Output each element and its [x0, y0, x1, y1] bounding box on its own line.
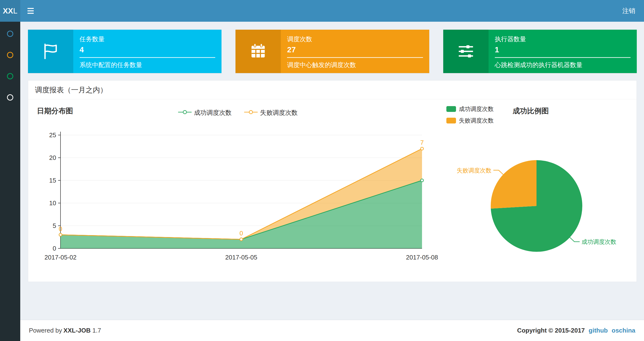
svg-text:25: 25: [49, 131, 56, 139]
success-ratio-plot: 成功调度次数失败调度次数: [445, 125, 637, 279]
info-box-content: 执行器数量 1 心跳检测成功的执行器机器数量: [488, 30, 637, 73]
top-navbar: XXL 注销: [0, 0, 644, 22]
circle-icon: [7, 73, 13, 79]
divider: [80, 57, 215, 58]
pie-legend-item-success[interactable]: 成功调度次数: [446, 105, 494, 113]
line-marker-icon: [178, 109, 192, 117]
sidebar-item-log[interactable]: [0, 66, 20, 87]
info-box-value: 4: [80, 45, 215, 54]
pie-chart-title: 成功比例图: [513, 106, 549, 116]
svg-text:失败调度次数: 失败调度次数: [457, 167, 492, 174]
footer-links: Copyright © 2015-2017 github oschina: [517, 327, 635, 334]
powered-by: Powered byXXL-JOB 1.7: [29, 327, 102, 334]
sliders-icon: [443, 30, 488, 73]
info-box-value: 1: [495, 45, 630, 54]
info-box-jobs: 任务数量 4 系统中配置的任务数量: [28, 30, 222, 73]
sidebar-item-help[interactable]: [0, 87, 20, 108]
date-distribution-plot: 05101520252017-05-022017-05-052017-05-08…: [34, 121, 444, 270]
panel-title: 调度报表（一月之内）: [28, 81, 636, 99]
logo-text-rest: L: [13, 7, 17, 16]
logo-text-bold: XX: [3, 7, 13, 16]
svg-text:2017-05-02: 2017-05-02: [44, 254, 77, 261]
svg-text:10: 10: [49, 199, 56, 207]
footer: Powered byXXL-JOB 1.7 Copyright © 2015-2…: [20, 320, 644, 341]
svg-text:0: 0: [53, 245, 56, 252]
product-version: 1.7: [92, 327, 101, 334]
info-box-executors: 执行器数量 1 心跳检测成功的执行器机器数量: [443, 30, 637, 73]
info-box-value: 27: [287, 45, 423, 54]
info-box-content: 调度次数 27 调度中心触发的调度次数: [281, 30, 429, 73]
sidebar: [0, 22, 20, 341]
legend-item-fail[interactable]: 失败调度次数: [244, 109, 298, 117]
info-box-title: 调度次数: [287, 35, 423, 44]
svg-text:2017-05-05: 2017-05-05: [225, 254, 258, 261]
pie-legend-item-fail[interactable]: 失败调度次数: [446, 117, 494, 124]
panel-body: 日期分布图 成功调度次数 失败调度次数 05101520252017-05-02…: [28, 99, 636, 282]
legend-label: 成功调度次数: [194, 109, 232, 117]
info-box-title: 任务数量: [80, 35, 215, 44]
sidebar-item-dashboard[interactable]: [0, 23, 20, 44]
powered-by-prefix: Powered by: [29, 327, 62, 334]
svg-text:15: 15: [49, 177, 56, 184]
divider: [287, 57, 423, 58]
legend-label: 失败调度次数: [260, 109, 298, 117]
logout-button[interactable]: 注销: [614, 0, 644, 22]
legend-swatch: [446, 106, 456, 112]
svg-text:成功调度次数: 成功调度次数: [582, 238, 616, 245]
info-box-content: 任务数量 4 系统中配置的任务数量: [73, 30, 222, 73]
legend-item-success[interactable]: 成功调度次数: [178, 109, 232, 117]
report-panel: 调度报表（一月之内） 日期分布图 成功调度次数 失败调度次数 051015202…: [28, 80, 637, 282]
circle-icon: [7, 94, 13, 101]
sidebar-toggle-icon[interactable]: [20, 0, 41, 22]
info-box-description: 调度中心触发的调度次数: [287, 61, 423, 69]
summary-boxes: 任务数量 4 系统中配置的任务数量 调度次数 27: [28, 30, 637, 73]
info-box-title: 执行器数量: [495, 35, 630, 44]
svg-text:20: 20: [49, 154, 56, 161]
legend-label: 成功调度次数: [459, 105, 494, 113]
product-name: XXL-JOB: [64, 327, 90, 334]
svg-text:0: 0: [240, 230, 243, 237]
circle-icon: [7, 31, 13, 37]
svg-text:2017-05-08: 2017-05-08: [406, 254, 438, 261]
svg-text:0: 0: [59, 225, 62, 232]
app-logo[interactable]: XXL: [0, 0, 20, 22]
github-link[interactable]: github: [588, 327, 608, 334]
copyright-text: Copyright © 2015-2017: [517, 327, 585, 334]
divider: [495, 57, 630, 58]
info-box-description: 心跳检测成功的执行器机器数量: [495, 61, 630, 69]
line-marker-icon: [244, 109, 258, 117]
legend-swatch: [446, 118, 456, 124]
line-chart-legend: 成功调度次数 失败调度次数: [28, 109, 448, 117]
svg-text:7: 7: [420, 139, 424, 146]
legend-label: 失败调度次数: [459, 117, 494, 124]
oschina-link[interactable]: oschina: [612, 327, 635, 334]
flag-icon: [28, 30, 73, 73]
main-content: 运行报表任务调度中心 任务数量 4 系统中配置的任务数量: [20, 0, 644, 282]
calendar-icon: [236, 30, 281, 73]
info-box-triggers: 调度次数 27 调度中心触发的调度次数: [236, 30, 429, 73]
info-box-description: 系统中配置的任务数量: [80, 61, 215, 69]
svg-text:5: 5: [53, 222, 56, 229]
circle-icon: [7, 52, 13, 58]
sidebar-item-jobs[interactable]: [0, 44, 20, 66]
